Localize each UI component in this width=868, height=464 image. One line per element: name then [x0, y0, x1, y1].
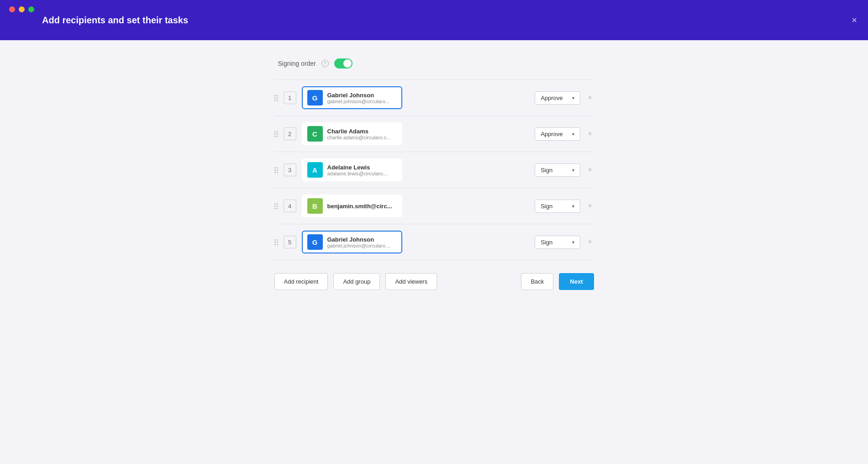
- avatar: G: [307, 90, 323, 105]
- recipient-name: benjamin.smith@circ...: [327, 203, 397, 210]
- recipient-name: Charlie Adams: [327, 128, 397, 135]
- signing-order-toggle[interactable]: [334, 58, 352, 69]
- drag-handle[interactable]: [274, 239, 278, 245]
- dialog-title: Add recipients and set their tasks: [42, 15, 188, 26]
- recipient-row: 2CCharlie Adamscharlie.adams@circularo.c…: [274, 116, 594, 152]
- action-label: Approve: [541, 131, 563, 137]
- action-dropdown-button[interactable]: Sign▾: [535, 163, 580, 177]
- remove-recipient-button[interactable]: ×: [586, 128, 594, 139]
- avatar: C: [307, 126, 323, 142]
- recipient-info: benjamin.smith@circ...: [327, 203, 397, 210]
- maximize-dot[interactable]: [28, 6, 34, 12]
- recipient-card[interactable]: GGabriel Johnsongabriel.johnson@circular…: [302, 86, 402, 109]
- action-dropdown-button[interactable]: Sign▾: [535, 236, 580, 249]
- action-label: Sign: [541, 239, 552, 246]
- recipient-row: 3AAdelaine Lewisadalaine.lewis@circularo…: [274, 152, 594, 188]
- recipient-info: Gabriel Johnsongabriel.johnson@circularo…: [327, 236, 397, 248]
- recipient-card[interactable]: CCharlie Adamscharlie.adams@circularo.c.…: [302, 122, 402, 145]
- remove-recipient-button[interactable]: ×: [586, 164, 594, 175]
- recipient-name: Gabriel Johnson: [327, 236, 397, 243]
- add-recipient-button[interactable]: Add recipient: [274, 273, 328, 290]
- recipient-info: Charlie Adamscharlie.adams@circularo.c..…: [327, 128, 397, 140]
- recipient-card[interactable]: GGabriel Johnsongabriel.johnson@circular…: [302, 231, 402, 253]
- drag-handle[interactable]: [274, 167, 278, 173]
- order-number: 5: [284, 236, 296, 248]
- dialog-container: Signing order ? 1GGabriel Johnsongabriel…: [274, 58, 594, 464]
- order-number: 4: [284, 200, 296, 212]
- dropdown-arrow-icon: ▾: [572, 95, 574, 100]
- action-dropdown-button[interactable]: Sign▾: [535, 200, 580, 213]
- signing-order-label: Signing order: [278, 60, 316, 67]
- close-button[interactable]: ×: [852, 16, 857, 25]
- drag-handle[interactable]: [274, 131, 278, 137]
- dropdown-arrow-icon: ▾: [572, 240, 574, 245]
- recipient-row: 4Bbenjamin.smith@circ...Sign▾×: [274, 188, 594, 224]
- recipient-card[interactable]: AAdelaine Lewisadalaine.lewis@circularo.…: [302, 158, 402, 181]
- recipients-list: 1GGabriel Johnsongabriel.johnson@circula…: [274, 79, 594, 260]
- recipient-row: 5GGabriel Johnsongabriel.johnson@circula…: [274, 224, 594, 260]
- order-number: 2: [284, 127, 296, 140]
- signing-order-row: Signing order ?: [274, 58, 594, 69]
- minimize-dot[interactable]: [19, 6, 25, 12]
- action-dropdown-button[interactable]: Approve▾: [535, 127, 580, 141]
- window-controls: [9, 6, 34, 12]
- action-label: Approve: [541, 95, 563, 101]
- recipient-name: Adelaine Lewis: [327, 164, 397, 171]
- order-number: 1: [284, 91, 296, 104]
- add-viewers-button[interactable]: Add viewers: [385, 273, 437, 290]
- recipient-info: Gabriel Johnsongabriel.johnson@circularo…: [327, 92, 397, 104]
- remove-recipient-button[interactable]: ×: [586, 237, 594, 248]
- next-button[interactable]: Next: [559, 273, 594, 290]
- avatar: B: [307, 198, 323, 214]
- recipient-card[interactable]: Bbenjamin.smith@circ...: [302, 195, 402, 217]
- recipient-email: charlie.adams@circularo.c...: [327, 135, 397, 140]
- main-content: Signing order ? 1GGabriel Johnsongabriel…: [0, 40, 868, 464]
- order-number: 3: [284, 163, 296, 176]
- recipient-row: 1GGabriel Johnsongabriel.johnson@circula…: [274, 79, 594, 116]
- footer-buttons: Add recipient Add group Add viewers Back…: [274, 273, 594, 290]
- drag-handle[interactable]: [274, 95, 278, 101]
- drag-handle[interactable]: [274, 203, 278, 209]
- dropdown-arrow-icon: ▾: [572, 132, 574, 137]
- action-dropdown-button[interactable]: Approve▾: [535, 91, 580, 105]
- footer-right: Back Next: [521, 273, 594, 290]
- recipient-email: gabriel.johnson@circularo....: [327, 243, 397, 248]
- avatar: G: [307, 234, 323, 250]
- help-icon[interactable]: ?: [321, 60, 329, 67]
- add-group-button[interactable]: Add group: [333, 273, 380, 290]
- recipient-email: adalaine.lewis@circularo....: [327, 171, 397, 176]
- dropdown-arrow-icon: ▾: [572, 204, 574, 209]
- action-label: Sign: [541, 167, 552, 174]
- recipient-email: gabriel.johnson@circularo...: [327, 99, 397, 104]
- recipient-info: Adelaine Lewisadalaine.lewis@circularo..…: [327, 164, 397, 176]
- close-dot[interactable]: [9, 6, 15, 12]
- back-button[interactable]: Back: [521, 273, 553, 290]
- remove-recipient-button[interactable]: ×: [586, 92, 594, 103]
- titlebar: Add recipients and set their tasks ×: [0, 0, 868, 40]
- action-label: Sign: [541, 203, 552, 210]
- recipient-name: Gabriel Johnson: [327, 92, 397, 99]
- dropdown-arrow-icon: ▾: [572, 168, 574, 173]
- avatar: A: [307, 162, 323, 178]
- remove-recipient-button[interactable]: ×: [586, 200, 594, 211]
